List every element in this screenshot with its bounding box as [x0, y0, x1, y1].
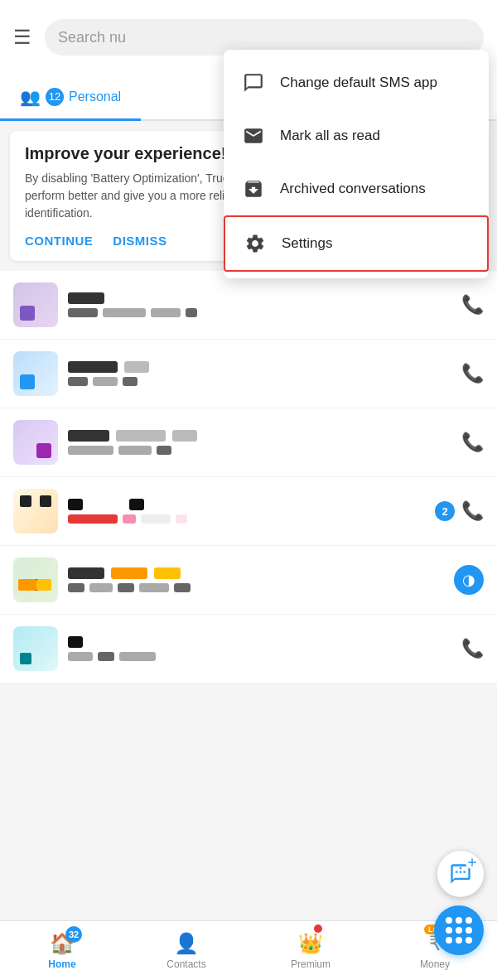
avatar	[13, 626, 58, 671]
phone-icon[interactable]: 📞	[461, 638, 484, 659]
plus-icon	[466, 856, 479, 869]
sub-block	[118, 583, 134, 592]
avatar	[13, 282, 58, 327]
menu-item-mark-read[interactable]: Mark all as read	[224, 109, 489, 162]
avatar	[13, 420, 58, 465]
contact-info	[68, 636, 451, 661]
contacts-tab-icon: 👥	[20, 87, 41, 107]
menu-item-change-sms[interactable]: Change default SMS app	[224, 56, 489, 109]
sub-block	[68, 446, 113, 455]
contacts-icon: 👤	[174, 932, 199, 955]
list-item[interactable]: 📞	[0, 615, 497, 683]
contact-info	[68, 499, 425, 524]
menu-item-settings-label: Settings	[282, 235, 332, 252]
contact-info	[68, 292, 451, 317]
contact-actions: 📞	[461, 294, 484, 316]
name-block	[124, 361, 149, 373]
avatar-dot	[20, 653, 31, 664]
sub-block	[93, 377, 118, 386]
dialpad-dot	[456, 917, 462, 924]
phone-icon[interactable]: 📞	[461, 432, 484, 453]
name-block	[116, 430, 166, 442]
phone-icon[interactable]: 📞	[461, 294, 484, 316]
avatar-dot	[20, 495, 31, 507]
dialpad-dot	[466, 917, 472, 924]
menu-item-change-sms-label: Change default SMS app	[280, 75, 437, 91]
phone-icon[interactable]: 📞	[461, 500, 484, 522]
tab-personal[interactable]: 👥 12 Personal	[0, 75, 141, 121]
name-block	[68, 567, 104, 579]
name-block	[68, 636, 83, 648]
sub-block	[68, 583, 84, 592]
sub-block	[139, 583, 169, 592]
avatar-block	[36, 579, 51, 591]
personal-badge: 12	[46, 88, 64, 106]
sub-block-red	[68, 514, 118, 524]
home-label: Home	[48, 958, 75, 970]
dialpad-fab[interactable]	[434, 905, 484, 955]
menu-item-mark-read-label: Mark all as read	[280, 128, 380, 144]
dialpad-dot	[456, 937, 462, 944]
avatar	[13, 489, 58, 533]
contact-info	[68, 361, 451, 386]
dialpad-dot	[446, 927, 452, 934]
mark-read-icon	[240, 123, 267, 149]
name-block	[172, 430, 197, 442]
unread-badge: 2	[435, 501, 455, 521]
avatar-block	[18, 579, 36, 591]
menu-item-archived[interactable]: Archived conversations	[224, 162, 489, 215]
contact-actions: 📞	[461, 432, 484, 453]
contact-actions: 2 📞	[435, 500, 484, 522]
dialpad-dot	[446, 917, 452, 924]
menu-item-archived-label: Archived conversations	[280, 181, 426, 197]
nav-home[interactable]: 🏠 32 Home	[0, 921, 124, 980]
sub-block	[103, 308, 146, 317]
name-block	[129, 499, 144, 510]
avatar-dot	[36, 443, 51, 458]
continue-button[interactable]: CONTINUE	[25, 234, 93, 248]
list-item[interactable]: ◑	[0, 546, 497, 615]
dialpad-dot	[456, 927, 462, 934]
sub-block	[98, 652, 114, 661]
contacts-label: Contacts	[166, 958, 205, 970]
sub-block	[68, 377, 88, 386]
settings-icon	[242, 230, 268, 257]
sub-block	[141, 514, 171, 524]
money-label: Money	[420, 958, 450, 970]
list-item[interactable]: 2 📞	[0, 477, 497, 546]
menu-item-settings[interactable]: Settings	[224, 215, 489, 272]
contact-info	[68, 567, 444, 592]
list-item[interactable]: 📞	[0, 271, 497, 340]
avatar	[13, 558, 58, 602]
sub-block	[123, 377, 138, 386]
list-item[interactable]: 📞	[0, 340, 497, 408]
list-item[interactable]: 📞	[0, 408, 497, 477]
premium-icon: 👑	[298, 932, 323, 955]
avatar-dot	[20, 306, 35, 321]
tab-personal-label: Personal	[69, 89, 121, 104]
sub-block	[119, 652, 156, 661]
nav-premium[interactable]: 👑 Premium	[248, 921, 373, 980]
dismiss-button[interactable]: DISMISS	[113, 234, 166, 248]
name-block	[68, 292, 104, 304]
nav-contacts[interactable]: 👤 Contacts	[124, 921, 248, 980]
sub-block	[118, 446, 152, 455]
sub-block	[174, 583, 191, 592]
sub-block-pink2	[176, 514, 187, 524]
menu-icon[interactable]: ☰	[13, 26, 31, 49]
sub-block	[151, 308, 181, 317]
contact-actions: 📞	[461, 638, 484, 659]
new-chat-fab[interactable]	[437, 851, 484, 897]
sub-block	[68, 308, 98, 317]
contact-list: 📞 📞	[0, 271, 497, 683]
sub-block-pink	[123, 514, 136, 524]
phone-icon[interactable]: 📞	[461, 363, 484, 384]
avatar-dot	[20, 374, 35, 389]
contact-info	[68, 430, 451, 455]
dialpad-dot	[466, 927, 472, 934]
name-block	[68, 361, 118, 373]
contact-actions: 📞	[461, 363, 484, 384]
name-block	[68, 499, 83, 510]
chat-indicator: ◑	[454, 565, 484, 595]
archived-icon	[240, 176, 267, 202]
